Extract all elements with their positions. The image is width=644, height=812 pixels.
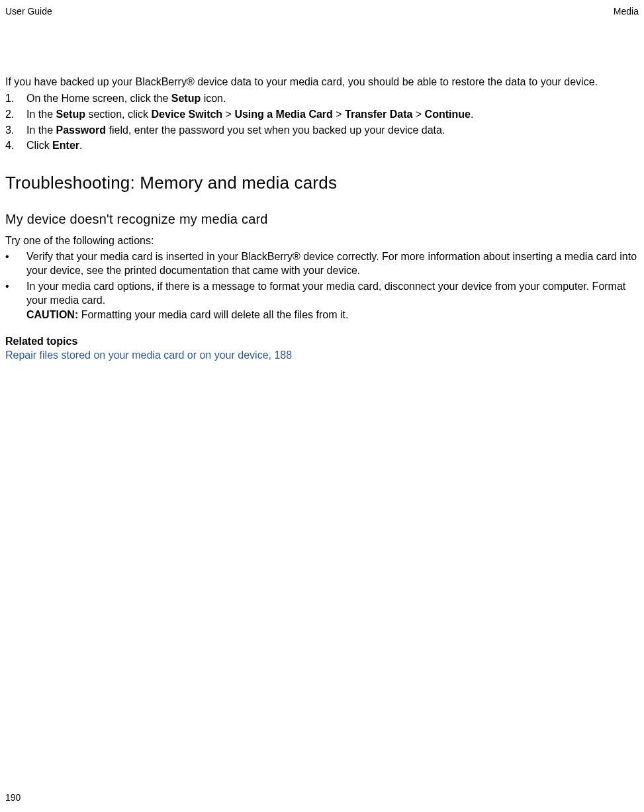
heading-media-card: My device doesn't recognize my media car… — [5, 210, 639, 228]
page-number: 190 — [5, 791, 21, 804]
bullet-list: • Verify that your media card is inserte… — [5, 249, 639, 322]
step-number: 2. — [5, 107, 26, 122]
intro-paragraph: If you have backed up your BlackBerry® d… — [5, 75, 639, 89]
step-number: 3. — [5, 123, 26, 138]
bullet-item: • In your media card options, if there i… — [5, 279, 639, 322]
related-topics-label: Related topics — [5, 334, 639, 349]
page-content: If you have backed up your BlackBerry® d… — [5, 23, 639, 363]
step-item: 2. In the Setup section, click Device Sw… — [5, 107, 639, 122]
try-line: Try one of the following actions: — [5, 234, 639, 248]
step-number: 1. — [5, 91, 26, 106]
numbered-steps: 1. On the Home screen, click the Setup i… — [5, 91, 639, 152]
header-right: Media — [614, 5, 639, 18]
step-text: On the Home screen, click the Setup icon… — [26, 91, 639, 106]
bullet-marker: • — [5, 249, 26, 278]
step-item: 4. Click Enter. — [5, 138, 639, 153]
step-item: 3. In the Password field, enter the pass… — [5, 123, 639, 138]
related-link[interactable]: Repair files stored on your media card o… — [5, 349, 292, 361]
step-text: In the Password field, enter the passwor… — [26, 123, 639, 138]
caution-text: Formatting your media card will delete a… — [78, 309, 348, 320]
bullet-marker: • — [5, 279, 26, 322]
step-item: 1. On the Home screen, click the Setup i… — [5, 91, 639, 106]
step-number: 4. — [5, 138, 26, 153]
caution-label: CAUTION: — [26, 309, 78, 320]
step-text: In the Setup section, click Device Switc… — [26, 107, 639, 122]
bullet-text: Verify that your media card is inserted … — [26, 249, 639, 278]
heading-troubleshooting: Troubleshooting: Memory and media cards — [5, 171, 639, 195]
step-text: Click Enter. — [26, 138, 639, 153]
bullet-item: • Verify that your media card is inserte… — [5, 249, 639, 278]
page-header: User Guide Media — [5, 0, 639, 23]
bullet-text: In your media card options, if there is … — [26, 279, 639, 322]
header-left: User Guide — [5, 5, 52, 18]
